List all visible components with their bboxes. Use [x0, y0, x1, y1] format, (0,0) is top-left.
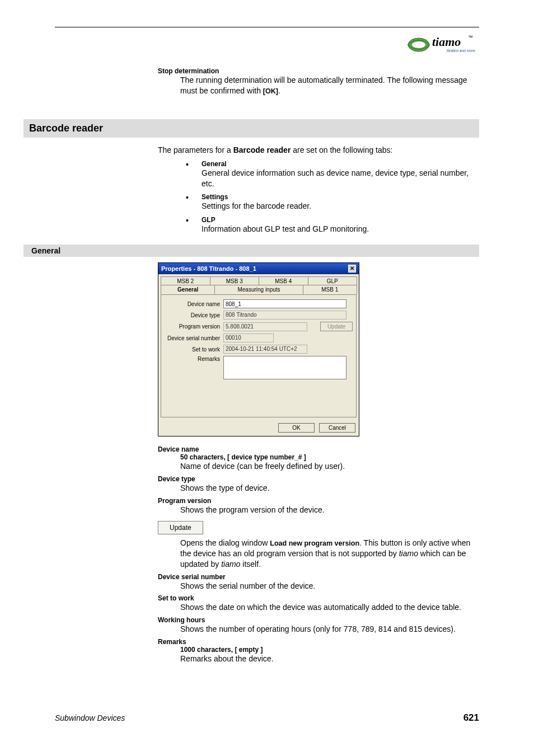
update-desc-pre: Opens the dialog window	[180, 538, 270, 547]
stop-body-pre: The running determination will be automa…	[180, 76, 467, 95]
def-serial-desc: Shows the serial number of the device.	[180, 581, 479, 591]
device-type-value: 808 Titrando	[223, 311, 346, 320]
remarks-field[interactable]	[223, 356, 346, 379]
update-desc-it1: tiamo	[399, 549, 418, 558]
close-icon[interactable]: ✕	[348, 265, 356, 273]
tab-msb2[interactable]: MSB 2	[161, 276, 210, 285]
def-update-desc: Opens the dialog window Load new program…	[180, 538, 479, 570]
cancel-button[interactable]: Cancel	[319, 423, 355, 433]
tab-msb4[interactable]: MSB 4	[259, 276, 308, 285]
def-device-name-desc: Name of device (can be freely defined by…	[180, 461, 479, 472]
logo-tagline: titration and more	[447, 49, 475, 53]
dialog-titlebar: Properties - 808 Titrando - 808_1 ✕	[158, 263, 359, 274]
device-name-label: Device name	[165, 301, 223, 307]
def-serial-title: Device serial number	[158, 573, 479, 581]
footer-section-name: Subwindow Devices	[55, 713, 125, 722]
def-remarks-sub: 1000 characters, [ empty ]	[180, 646, 479, 654]
bullet-settings: Settings Settings for the barcode reader…	[186, 193, 479, 212]
def-device-type-desc: Shows the type of device.	[180, 483, 479, 494]
tab-row-bottom: General Measuring inputs MSB 1	[161, 285, 357, 294]
update-button-image: Update	[158, 521, 203, 534]
def-device-type-title: Device type	[158, 475, 479, 483]
update-button[interactable]: Update	[320, 322, 353, 331]
bullet-glp-title: GLP	[202, 216, 479, 224]
remarks-label: Remarks	[165, 356, 223, 362]
brand-logo: tiamo ™ titration and more	[407, 32, 479, 58]
bullet-general: General General device information such …	[186, 160, 479, 189]
def-device-name-title: Device name	[158, 445, 479, 453]
ok-button[interactable]: OK	[278, 423, 315, 433]
page-footer: Subwindow Devices 621	[55, 712, 479, 724]
stop-determination-body: The running determination will be automa…	[180, 75, 479, 97]
program-version-value: 5.808.0021	[223, 322, 307, 331]
page-number: 621	[463, 712, 479, 724]
update-desc-it2: tiamo	[221, 560, 240, 569]
def-working-hours-desc: Shows the number of operating hours (onl…	[180, 624, 479, 635]
barcode-intro: The parameters for a Barcode reader are …	[158, 145, 479, 154]
def-device-name-sub: 50 characters, [ device type number_# ]	[180, 453, 479, 461]
tab-general[interactable]: General	[161, 285, 215, 294]
barcode-intro-post: are set on the following tabs:	[291, 145, 392, 154]
bullet-general-desc: General device information such as devic…	[202, 168, 479, 189]
general-subsection-title: General	[24, 245, 479, 257]
tab-row-top: MSB 2 MSB 3 MSB 4 GLP	[161, 276, 357, 285]
def-working-hours-title: Working hours	[158, 616, 479, 624]
serial-label: Device serial number	[165, 335, 223, 341]
properties-dialog-screenshot: Properties - 808 Titrando - 808_1 ✕ MSB …	[158, 262, 359, 436]
device-name-field[interactable]	[223, 299, 346, 308]
set-to-work-label: Set to work	[165, 346, 223, 353]
svg-point-1	[412, 41, 425, 48]
tab-msb3[interactable]: MSB 3	[210, 276, 260, 285]
dialog-body: Device name Device type 808 Titrando Pro…	[161, 294, 357, 417]
update-desc-bold: Load new program version	[270, 539, 359, 547]
stop-determination-heading: Stop determination	[158, 67, 479, 75]
header-rule	[55, 27, 479, 27]
logo-text: tiamo	[432, 35, 461, 49]
def-remarks-desc: Remarks about the device.	[180, 654, 479, 664]
tab-msb1[interactable]: MSB 1	[303, 285, 357, 294]
bullet-settings-desc: Settings for the barcode reader.	[202, 201, 479, 212]
set-to-work-value: 2004-10-21 11:40:54 UTC+2	[223, 345, 307, 354]
bullet-glp: GLP Information about GLP test and GLP m…	[186, 216, 479, 234]
stop-body-ok: [OK]	[263, 87, 278, 95]
def-set-to-work-desc: Shows the date on which the device was a…	[180, 602, 479, 613]
update-desc-post: itself.	[240, 560, 261, 569]
def-program-version-title: Program version	[158, 497, 479, 505]
tab-measuring-inputs[interactable]: Measuring inputs	[214, 285, 303, 294]
tab-glp[interactable]: GLP	[308, 276, 358, 285]
bullet-settings-title: Settings	[202, 193, 479, 201]
bullet-general-title: General	[202, 160, 479, 168]
def-set-to-work-title: Set to work	[158, 594, 479, 602]
stop-body-post: .	[278, 86, 280, 95]
device-type-label: Device type	[165, 312, 223, 318]
barcode-bullet-list: General General device information such …	[186, 160, 479, 235]
program-version-label: Program version	[165, 323, 223, 330]
dialog-title: Properties - 808 Titrando - 808_1	[161, 265, 256, 272]
barcode-reader-section-title: Barcode reader	[24, 119, 479, 138]
barcode-intro-bold: Barcode reader	[233, 145, 291, 154]
definitions: Device name 50 characters, [ device type…	[158, 445, 479, 515]
def-program-version-desc: Shows the program version of the device.	[180, 505, 479, 515]
logo-tm: ™	[468, 35, 473, 40]
serial-value: 00010	[223, 334, 274, 342]
barcode-intro-pre: The parameters for a	[158, 145, 233, 154]
bullet-glp-desc: Information about GLP test and GLP monit…	[202, 224, 479, 234]
def-remarks-title: Remarks	[158, 638, 479, 646]
